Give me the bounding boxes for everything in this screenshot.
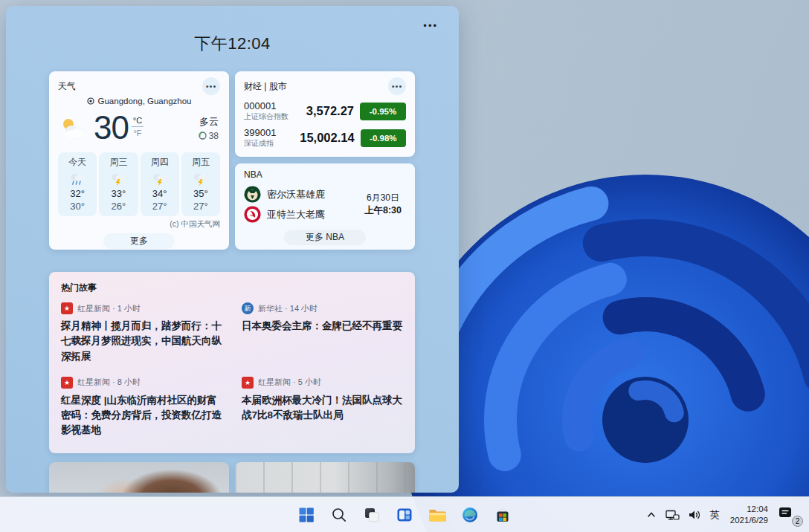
volume-button[interactable] bbox=[684, 505, 705, 525]
chevron-up-icon bbox=[645, 509, 657, 521]
tray-chevron-up-button[interactable] bbox=[642, 506, 660, 524]
tray-clock-button[interactable]: 12:04 2021/6/29 bbox=[725, 504, 773, 526]
stocks-more-ellipsis-icon[interactable]: ••• bbox=[388, 77, 406, 95]
unit-divider bbox=[132, 126, 144, 127]
stock-change-badge: -0.95% bbox=[360, 103, 406, 120]
file-explorer-icon bbox=[428, 506, 447, 524]
notification-center-button[interactable]: 2 bbox=[775, 501, 805, 529]
news-source-time: 红星新闻 · 1 小时 bbox=[77, 303, 141, 314]
news-source-time: 红星新闻 · 5 小时 bbox=[258, 377, 321, 388]
news-item[interactable]: 新 新华社 · 14 小时 日本奥委会主席：金牌已经不再重要 bbox=[242, 302, 403, 364]
stocks-title: 财经 | 股市 bbox=[244, 80, 287, 93]
ethernet-network-icon bbox=[665, 508, 680, 522]
bucks-team-logo bbox=[244, 186, 261, 203]
file-explorer-button[interactable] bbox=[422, 500, 452, 530]
thunderstorm-icon bbox=[99, 172, 138, 186]
nba-title: NBA bbox=[244, 169, 262, 180]
stock-row[interactable]: 399001 深证成指 15,002.14 -0.98% bbox=[244, 127, 406, 149]
edge-browser-icon bbox=[461, 506, 479, 524]
nba-team-row: 密尔沃基雄鹿 bbox=[244, 184, 364, 204]
task-view-icon bbox=[363, 506, 381, 524]
task-view-button[interactable] bbox=[357, 500, 387, 530]
unit-fahrenheit[interactable]: °F bbox=[133, 129, 141, 137]
news-image-card[interactable] bbox=[235, 462, 415, 493]
nba-widget[interactable]: NBA 密尔沃基雄鹿 亚特兰 bbox=[235, 163, 415, 250]
stock-value: 15,002.14 bbox=[300, 131, 360, 145]
microsoft-store-icon bbox=[494, 506, 512, 524]
search-icon bbox=[330, 506, 348, 524]
taskbar: 英 12:04 2021/6/29 2 bbox=[0, 496, 809, 532]
news-image-card[interactable] bbox=[49, 462, 229, 493]
ime-language-button[interactable]: 英 bbox=[706, 505, 723, 525]
edge-button[interactable] bbox=[455, 500, 485, 530]
nba-game-time: 上午8:30 bbox=[364, 204, 402, 217]
unit-celsius[interactable]: °C bbox=[133, 116, 142, 125]
weather-more-button[interactable]: 更多 bbox=[103, 233, 175, 249]
aqi-icon bbox=[199, 132, 207, 140]
stocks-widget[interactable]: 财经 | 股市 ••• 000001 上证综合指数 3,572.27 -0.95… bbox=[235, 71, 415, 157]
tray-time: 12:04 bbox=[730, 504, 768, 515]
news-headline[interactable]: 本届欧洲杯最大冷门！法国队点球大战7比8不敌瑞士队出局 bbox=[242, 393, 403, 424]
widgets-panel: 下午12:04 ••• 天气 ••• Guangdong, Guangzhou … bbox=[6, 6, 459, 493]
news-item[interactable]: ★ 红星新闻 · 1 小时 探月精神丨揽月而归，踏梦而行：十七载探月梦照进现实，… bbox=[61, 302, 222, 364]
thunderstorm-icon bbox=[181, 172, 220, 186]
news-source-time: 红星新闻 · 8 小时 bbox=[77, 377, 141, 388]
network-button[interactable] bbox=[662, 505, 683, 525]
start-button[interactable] bbox=[291, 500, 321, 530]
forecast-day-tile[interactable]: 今天 32° 30° bbox=[58, 152, 97, 216]
news-source-time: 新华社 · 14 小时 bbox=[258, 303, 318, 314]
hongxing-news-logo: ★ bbox=[61, 302, 73, 314]
weather-temperature: 30 bbox=[94, 109, 129, 146]
news-headline[interactable]: 日本奥委会主席：金牌已经不再重要 bbox=[242, 319, 403, 334]
weather-more-ellipsis-icon[interactable]: ••• bbox=[202, 77, 220, 95]
news-item[interactable]: ★ 红星新闻 · 8 小时 红星深度 |山东临沂南村社区的财富密码：免费分房背后… bbox=[61, 377, 222, 438]
weather-widget[interactable]: 天气 ••• Guangdong, Guangzhou 30 °C °F bbox=[49, 71, 229, 250]
news-widget: 热门故事 ★ 红星新闻 · 1 小时 探月精神丨揽月而归，踏梦而行：十七载探月梦… bbox=[49, 272, 415, 453]
weather-title: 天气 bbox=[58, 80, 76, 93]
panel-clock: 下午12:04 bbox=[6, 33, 459, 55]
partly-cloudy-icon bbox=[59, 116, 91, 140]
forecast-day-tile[interactable]: 周四 34° 27° bbox=[141, 152, 179, 216]
aqi-value: 38 bbox=[209, 131, 219, 141]
forecast-day-tile[interactable]: 周五 35° 27° bbox=[181, 152, 220, 216]
search-button[interactable] bbox=[324, 500, 354, 530]
stock-row[interactable]: 000001 上证综合指数 3,572.27 -0.95% bbox=[244, 100, 406, 122]
notification-count-badge: 2 bbox=[792, 516, 803, 527]
xinhua-news-logo: 新 bbox=[242, 302, 254, 314]
rain-icon bbox=[58, 172, 97, 186]
widgets-button[interactable] bbox=[390, 500, 419, 530]
news-headline[interactable]: 红星深度 |山东临沂南村社区的财富密码：免费分房背后，投资数亿打造影视基地 bbox=[61, 393, 222, 438]
speaker-icon bbox=[687, 508, 702, 522]
location-pin-icon bbox=[87, 97, 94, 105]
widgets-icon bbox=[396, 506, 413, 524]
news-title: 热门故事 bbox=[61, 282, 403, 294]
hawks-team-logo bbox=[244, 206, 261, 223]
weather-attribution: (c) 中国天气网 bbox=[58, 219, 220, 230]
windows-start-icon bbox=[297, 506, 315, 524]
tray-date: 2021/6/29 bbox=[730, 515, 768, 526]
unit-toggle[interactable]: °C °F bbox=[132, 116, 144, 137]
news-item[interactable]: ★ 红星新闻 · 5 小时 本届欧洲杯最大冷门！法国队点球大战7比8不敌瑞士队出… bbox=[242, 377, 403, 438]
hongxing-news-logo: ★ bbox=[61, 377, 73, 389]
weather-location-row: Guangdong, Guangzhou bbox=[58, 97, 220, 106]
stock-value: 3,572.27 bbox=[300, 104, 360, 118]
nba-more-button[interactable]: 更多 NBA bbox=[284, 230, 366, 245]
panel-more-ellipsis-icon[interactable]: ••• bbox=[423, 22, 438, 30]
news-headline[interactable]: 探月精神丨揽月而归，踏梦而行：十七载探月梦照进现实，中国航天向纵深拓展 bbox=[61, 319, 222, 364]
thunderstorm-icon bbox=[141, 172, 179, 186]
hongxing-news-logo: ★ bbox=[242, 377, 254, 389]
stock-change-badge: -0.98% bbox=[361, 129, 406, 147]
microsoft-store-button[interactable] bbox=[488, 500, 518, 530]
weather-location: Guangdong, Guangzhou bbox=[98, 97, 192, 106]
nba-team-row: 亚特兰大老鹰 bbox=[244, 204, 364, 224]
forecast-day-tile[interactable]: 周三 33° 26° bbox=[99, 152, 138, 216]
weather-condition: 多云 bbox=[199, 115, 219, 129]
forecast-row: 今天 32° 30° 周三 33° 26° 周四 34° 27° 周五 35° bbox=[58, 152, 220, 216]
nba-game-date: 6月30日 bbox=[364, 192, 402, 204]
